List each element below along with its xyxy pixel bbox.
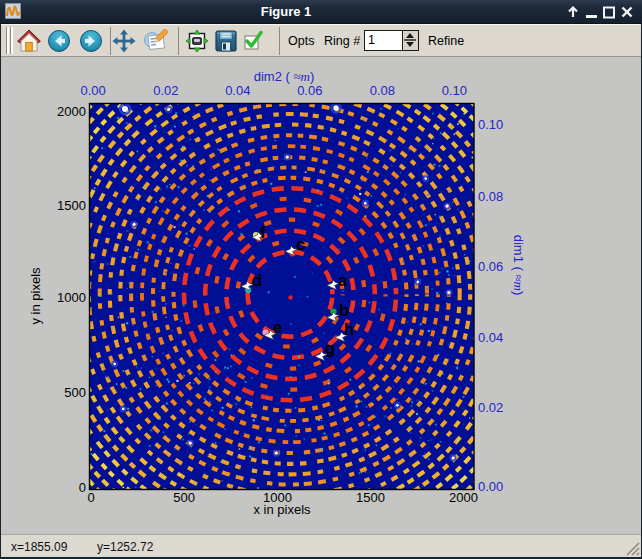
svg-text:h: h xyxy=(344,320,354,338)
svg-text:y in pixels: y in pixels xyxy=(28,267,43,325)
svg-text:0.02: 0.02 xyxy=(153,83,178,98)
svg-text:a: a xyxy=(338,271,348,289)
svg-text:0.02: 0.02 xyxy=(478,400,503,415)
svg-text:d: d xyxy=(252,271,262,289)
svg-text:g: g xyxy=(325,339,335,357)
svg-text:x in pixels: x in pixels xyxy=(253,502,311,517)
svg-text:c: c xyxy=(296,235,305,253)
svg-text:0: 0 xyxy=(87,490,94,505)
svg-text:0.06: 0.06 xyxy=(478,259,503,274)
svg-text:500: 500 xyxy=(173,490,195,505)
svg-text:0: 0 xyxy=(79,480,86,495)
svg-text:dim2 ( ≈m): dim2 ( ≈m) xyxy=(254,69,315,84)
svg-text:1500: 1500 xyxy=(356,490,385,505)
svg-text:0.10: 0.10 xyxy=(442,83,467,98)
svg-text:f: f xyxy=(260,223,266,241)
svg-text:2000: 2000 xyxy=(449,490,478,505)
svg-text:0.04: 0.04 xyxy=(225,83,250,98)
svg-text:0.00: 0.00 xyxy=(81,83,106,98)
svg-text:0.00: 0.00 xyxy=(478,479,503,494)
svg-text:0.04: 0.04 xyxy=(478,330,503,345)
svg-text:0.08: 0.08 xyxy=(478,189,503,204)
svg-text:500: 500 xyxy=(64,385,86,400)
svg-text:0.10: 0.10 xyxy=(478,117,503,132)
svg-text:b: b xyxy=(339,301,349,319)
svg-text:2000: 2000 xyxy=(57,104,86,119)
svg-text:0.06: 0.06 xyxy=(297,83,322,98)
svg-text:e: e xyxy=(273,318,282,336)
svg-text:dim1 ( ≈m): dim1 ( ≈m) xyxy=(511,235,526,296)
svg-text:1000: 1000 xyxy=(57,290,86,305)
svg-text:1500: 1500 xyxy=(57,198,86,213)
svg-text:0.08: 0.08 xyxy=(370,83,395,98)
